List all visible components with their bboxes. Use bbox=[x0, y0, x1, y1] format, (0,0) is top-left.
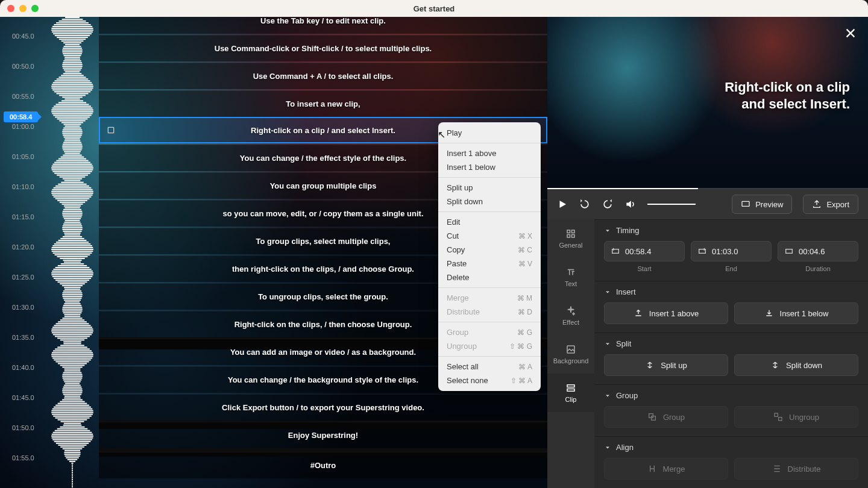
tab-text[interactable]: Text bbox=[547, 258, 594, 296]
svg-rect-2 bbox=[59, 20, 86, 22]
play-button[interactable] bbox=[557, 199, 568, 210]
svg-rect-116 bbox=[62, 227, 83, 228]
svg-rect-77 bbox=[61, 157, 84, 158]
clip-text[interactable]: Enjoy Superstring! bbox=[288, 431, 358, 440]
window-minimize[interactable] bbox=[19, 5, 27, 12]
clip-text[interactable]: You can add an image or video / as a bac… bbox=[230, 348, 416, 357]
svg-rect-98 bbox=[52, 195, 92, 196]
panel-header-insert[interactable]: Insert bbox=[604, 287, 858, 296]
clip-text[interactable]: Use the Tab key / to edit next clip. bbox=[260, 17, 386, 25]
ctx-cut[interactable]: Cut⌘ X bbox=[438, 229, 541, 243]
svg-rect-131 bbox=[55, 254, 90, 255]
insert-below-button[interactable]: Insert 1 below bbox=[734, 302, 858, 324]
panel-header-split[interactable]: Split bbox=[604, 339, 858, 348]
cursor-icon: ↖ bbox=[438, 129, 445, 140]
volume-icon[interactable] bbox=[624, 198, 637, 210]
svg-rect-47 bbox=[58, 102, 86, 103]
ctx-copy[interactable]: Copy⌘ C bbox=[438, 243, 541, 257]
ctx-delete[interactable]: Delete bbox=[438, 271, 541, 284]
svg-rect-154 bbox=[63, 296, 83, 297]
clip-text[interactable]: You can change / the effect style of the… bbox=[240, 154, 406, 163]
ctx-select-none[interactable]: Select none⇧ ⌘ A bbox=[438, 374, 541, 387]
svg-rect-203 bbox=[64, 385, 81, 386]
clip-text[interactable]: Use Command-click or Shift-click / to se… bbox=[215, 44, 432, 53]
ctx-split-down[interactable]: Split down bbox=[438, 195, 541, 208]
forward-button[interactable] bbox=[602, 198, 614, 210]
svg-rect-73 bbox=[63, 149, 81, 151]
window-close[interactable] bbox=[7, 5, 14, 12]
split-down-button[interactable]: Split down bbox=[734, 354, 858, 376]
svg-rect-40 bbox=[52, 89, 92, 90]
panel-header-group[interactable]: Group bbox=[604, 391, 858, 400]
svg-rect-7 bbox=[51, 30, 93, 31]
svg-rect-215 bbox=[54, 407, 91, 408]
tab-background[interactable]: Background bbox=[547, 335, 594, 374]
clip-text[interactable]: Right-click on a clip / and select Inser… bbox=[251, 126, 395, 135]
panel-header-align[interactable]: Align bbox=[604, 443, 858, 452]
ctx-select-all[interactable]: Select all⌘ A bbox=[438, 360, 541, 374]
ctx-play[interactable]: Play bbox=[438, 126, 541, 140]
timeline[interactable]: 00:45.0 00:50.0 00:55.0 01:00.0 01:05.0 … bbox=[0, 17, 547, 488]
svg-rect-119 bbox=[64, 233, 80, 234]
svg-rect-264 bbox=[567, 235, 570, 238]
svg-rect-79 bbox=[56, 160, 88, 161]
svg-rect-53 bbox=[52, 113, 92, 114]
svg-rect-18 bbox=[62, 49, 82, 51]
ctx-insert-below[interactable]: Insert 1 below bbox=[438, 160, 541, 174]
svg-rect-71 bbox=[62, 146, 82, 147]
ctx-edit[interactable]: Edit bbox=[438, 215, 541, 229]
svg-rect-157 bbox=[65, 301, 80, 302]
progress-bar[interactable] bbox=[547, 188, 868, 189]
clip-text[interactable]: Use Command + A / to select all clips. bbox=[253, 72, 394, 81]
tab-effect[interactable]: Effect bbox=[547, 296, 594, 335]
clip-text[interactable]: You can group multiple clips bbox=[270, 181, 377, 190]
svg-rect-69 bbox=[63, 142, 81, 143]
svg-rect-186 bbox=[51, 354, 93, 355]
svg-rect-209 bbox=[64, 396, 80, 397]
crop-icon bbox=[106, 125, 116, 135]
clip-text[interactable]: To ungroup clips, select the group. bbox=[258, 292, 388, 301]
svg-rect-126 bbox=[52, 245, 92, 246]
rewind-button[interactable] bbox=[579, 198, 591, 210]
time-tick: 00:45.0 bbox=[12, 33, 34, 40]
ctx-paste[interactable]: Paste⌘ V bbox=[438, 257, 541, 271]
svg-rect-164 bbox=[64, 314, 81, 315]
svg-rect-216 bbox=[52, 408, 92, 410]
end-time-input[interactable]: 01:03.0 bbox=[691, 241, 772, 261]
split-up-button[interactable]: Split up bbox=[604, 354, 728, 376]
preview-button[interactable]: Preview bbox=[732, 195, 792, 214]
time-tick: 01:40.0 bbox=[12, 364, 34, 371]
clip-text[interactable]: To insert a new clip, bbox=[286, 99, 360, 108]
clip-text[interactable]: To group clips, select multiple clips, bbox=[256, 237, 391, 246]
window-maximize[interactable] bbox=[31, 5, 39, 12]
clip-text[interactable]: then right-click on the clips, / and cho… bbox=[232, 264, 414, 274]
volume-slider[interactable] bbox=[647, 204, 696, 205]
svg-rect-248 bbox=[72, 466, 73, 468]
window-title: Get started bbox=[414, 4, 455, 13]
playhead[interactable]: 00:58.4 bbox=[4, 111, 38, 122]
svg-rect-94 bbox=[54, 187, 92, 189]
svg-rect-17 bbox=[63, 48, 82, 49]
clip-text[interactable]: Right-click on the clips, / then choose … bbox=[234, 320, 412, 329]
svg-rect-25 bbox=[63, 62, 82, 63]
svg-rect-95 bbox=[52, 189, 92, 190]
tab-general[interactable]: General bbox=[547, 219, 594, 258]
ctx-insert-above[interactable]: Insert 1 above bbox=[438, 146, 541, 160]
tab-clip[interactable]: Clip bbox=[547, 374, 594, 412]
duration-input[interactable]: 00:04.6 bbox=[778, 241, 858, 261]
export-button[interactable]: Export bbox=[803, 195, 858, 214]
close-icon[interactable] bbox=[844, 27, 857, 40]
start-time-input[interactable]: 00:58.4 bbox=[604, 241, 685, 261]
clip-text[interactable]: Click Export button / to export your Sup… bbox=[222, 403, 424, 412]
svg-rect-132 bbox=[57, 256, 88, 257]
clip-text[interactable]: #Outro bbox=[310, 461, 336, 470]
clip-text[interactable]: so you can move, edit, or / copy them as… bbox=[222, 209, 423, 218]
insert-above-button[interactable]: Insert 1 above bbox=[604, 302, 728, 324]
ungroup-button: Ungroup bbox=[734, 406, 858, 428]
svg-rect-96 bbox=[51, 191, 93, 192]
svg-rect-92 bbox=[58, 184, 86, 185]
ctx-split-up[interactable]: Split up bbox=[438, 181, 541, 195]
svg-rect-46 bbox=[61, 100, 83, 101]
clip-text[interactable]: You can change / the background style of… bbox=[228, 375, 418, 384]
panel-header-timing[interactable]: Timing bbox=[604, 226, 858, 235]
